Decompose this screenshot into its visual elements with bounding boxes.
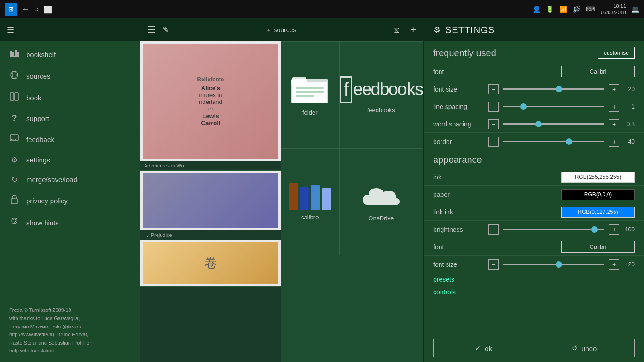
app-font-size-decrease[interactable]: −	[488, 259, 499, 270]
sources-icon	[9, 70, 19, 81]
multitask-button[interactable]: ⬜	[43, 5, 52, 14]
brightness-increase[interactable]: +	[609, 224, 619, 235]
word-spacing-slider[interactable]	[503, 123, 604, 125]
border-slider[interactable]	[503, 141, 604, 142]
line-spacing-increase[interactable]: +	[609, 102, 619, 112]
app-font-size-slider[interactable]	[503, 264, 604, 265]
book-prejudice[interactable]: ...l Prejudice	[140, 171, 281, 240]
system-icon-volume: 🔊	[573, 6, 580, 13]
sidebar-label-merge: merge/save/load	[26, 176, 77, 184]
footer-buttons: ✓ ok ↺ undo	[424, 334, 644, 362]
start-button[interactable]: ⊞	[5, 3, 17, 16]
edit-icon[interactable]: ✎	[162, 25, 169, 35]
undo-button[interactable]: ↺ undo	[534, 339, 635, 357]
line-spacing-control: − + 1	[488, 102, 635, 112]
add-icon[interactable]: +	[410, 24, 416, 36]
source-tile-onedrive[interactable]: OneDrive	[339, 148, 423, 255]
sidebar-item-bookshelf[interactable]: bookshelf	[0, 44, 140, 65]
line-spacing-decrease[interactable]: −	[488, 102, 499, 112]
source-tile-folder[interactable]: folder	[281, 41, 339, 148]
border-decrease[interactable]: −	[488, 137, 499, 147]
setting-row-word-spacing: word spacing − + 0.8	[424, 115, 644, 132]
ink-color-selector[interactable]: RGB(255,255,255)	[561, 172, 635, 183]
source-label-calibre: calibre	[301, 214, 319, 221]
sidebar-item-sources[interactable]: sources	[0, 65, 140, 87]
filter-icon[interactable]: ⧖	[394, 25, 400, 35]
privacy-icon	[9, 195, 19, 206]
source-tile-calibre[interactable]: calibre	[281, 148, 339, 255]
brightness-value: 100	[622, 226, 635, 233]
setting-row-paper: paper RGB(0,0,0)	[424, 185, 644, 203]
line-spacing-slider[interactable]	[503, 106, 604, 107]
book-alice-subtitle: Adventures in Wo...	[140, 161, 281, 170]
presets-link[interactable]: presets	[433, 276, 454, 283]
source-tile-feedbooks[interactable]: f eedboo ks feedbooks	[339, 41, 423, 148]
sidebar-item-book[interactable]: book	[0, 87, 140, 108]
font-size-increase[interactable]: +	[609, 84, 619, 94]
book-chinese[interactable]: 卷	[140, 240, 281, 287]
sidebar-item-settings[interactable]: ⚙ settings	[0, 150, 140, 170]
app-font-size-value: 20	[622, 261, 635, 268]
hamburger-button[interactable]: ☰	[7, 25, 14, 35]
list-view-icon[interactable]: ☰	[147, 24, 156, 35]
link-ink-selector[interactable]: RGB(0,127,255)	[561, 207, 635, 218]
border-increase[interactable]: +	[609, 137, 619, 147]
app-body: ☰ bookshelf	[0, 18, 644, 362]
font-selector[interactable]: Calibri	[561, 66, 635, 77]
feedback-icon	[9, 134, 19, 144]
sidebar-topbar: ☰	[0, 18, 140, 41]
hints-icon	[9, 217, 19, 228]
book-alice-cover: Bellefonte Alice's ntures in nderland **…	[143, 44, 278, 159]
search-button[interactable]: ○	[34, 5, 39, 13]
back-button[interactable]: ←	[22, 5, 29, 13]
sources-grid: folder f eedboo ks feedbooks	[281, 41, 423, 362]
svg-rect-1	[10, 51, 12, 56]
word-spacing-decrease[interactable]: −	[488, 119, 499, 129]
book-alice[interactable]: Bellefonte Alice's ntures in nderland **…	[140, 41, 281, 171]
sidebar-item-feedback[interactable]: feedback	[0, 129, 140, 150]
taskbar: ⊞ ← ○ ⬜ 👤 🔋 📶 🔊 ⌨ 18:11 06/03/2018 💻	[0, 0, 644, 18]
app-font-selector[interactable]: Calibri	[561, 241, 635, 253]
sidebar-nav: bookshelf sources	[0, 41, 140, 299]
controls-link[interactable]: controls	[433, 288, 456, 296]
sources-title-label: sources	[274, 26, 296, 34]
font-size-decrease[interactable]: −	[488, 84, 499, 94]
sidebar-item-hints[interactable]: show hints	[0, 212, 140, 234]
undo-label: undo	[581, 345, 597, 352]
settings-gear-icon: ⚙	[433, 25, 441, 35]
ok-button[interactable]: ✓ ok	[433, 339, 534, 357]
font-control: Calibri	[488, 66, 635, 77]
svg-rect-9	[15, 93, 18, 100]
svg-rect-10	[10, 135, 18, 141]
calibre-icon	[289, 183, 331, 210]
brightness-decrease[interactable]: −	[488, 224, 499, 235]
brightness-slider[interactable]	[503, 229, 604, 230]
paper-color-selector[interactable]: RGB(0,0,0)	[561, 189, 635, 200]
setting-row-app-font: font Calibri	[424, 238, 644, 255]
sidebar-item-support[interactable]: ? support	[0, 108, 140, 129]
app-font-size-label: font size	[433, 261, 488, 268]
ink-control: RGB(255,255,255)	[488, 172, 635, 183]
ok-label: ok	[485, 345, 492, 352]
line-spacing-value: 1	[622, 103, 635, 110]
paper-control: RGB(0,0,0)	[488, 189, 635, 200]
book-icon	[9, 92, 19, 103]
left-sidebar: ☰ bookshelf	[0, 18, 140, 362]
sidebar-item-merge[interactable]: ↻ merge/save/load	[0, 170, 140, 190]
svg-rect-22	[296, 95, 314, 97]
app-font-size-increase[interactable]: +	[609, 259, 619, 270]
setting-row-link-ink: link ink RGB(0,127,255)	[424, 203, 644, 220]
svg-rect-19	[292, 77, 306, 84]
word-spacing-value: 0.8	[622, 121, 635, 127]
word-spacing-increase[interactable]: +	[609, 119, 619, 129]
frequently-used-title: frequently used	[433, 48, 496, 58]
font-size-slider[interactable]	[503, 88, 604, 90]
sidebar-label-sources: sources	[26, 72, 51, 80]
settings-content: frequently used customise font Calibri f…	[424, 41, 644, 334]
svg-rect-8	[10, 93, 14, 100]
svg-rect-4	[17, 52, 19, 56]
sidebar-item-privacy[interactable]: privacy policy	[0, 190, 140, 212]
svg-rect-20	[296, 87, 324, 89]
source-label-folder: folder	[302, 109, 318, 116]
customise-button[interactable]: customise	[598, 47, 635, 59]
